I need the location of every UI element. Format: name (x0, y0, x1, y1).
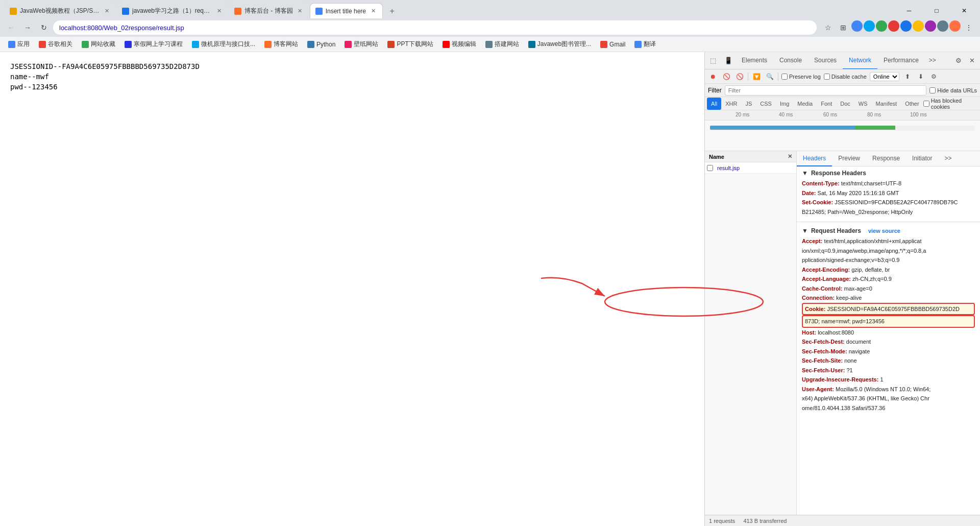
tab-network[interactable]: Network (843, 52, 877, 69)
bookmark-site[interactable]: 网站收藏 (78, 39, 119, 50)
rqh-cookie-1: Cookie: JSESSIONID=FA9A4C6E05975FBBBBD56… (802, 303, 975, 316)
bookmark-blog[interactable]: 博客网站 (260, 39, 302, 50)
bookmark-label-gmail: Gmail (609, 41, 625, 48)
tab-close-4[interactable]: ✕ (369, 7, 377, 15)
type-css[interactable]: CSS (756, 98, 776, 110)
rh-content-type: Content-Type: text/html;charset=UTF-8 (802, 179, 975, 188)
bookmark-google[interactable]: 谷歌相关 (35, 39, 77, 50)
hide-data-urls-checkbox[interactable]: Hide data URLs (929, 87, 977, 93)
star-icon[interactable]: ☆ (821, 20, 835, 35)
tab-performance[interactable]: Performance (877, 52, 925, 69)
header-tab-more[interactable]: >> (938, 151, 958, 166)
type-img[interactable]: Img (776, 98, 793, 110)
devtools-close-icon[interactable]: ✕ (966, 55, 978, 67)
row-checkbox[interactable] (705, 165, 715, 171)
ext-icon-7[interactable] (925, 20, 936, 32)
devtools-settings-icon[interactable]: ⚙ (952, 55, 965, 67)
bookmark-winter[interactable]: 寒假网上学习课程 (120, 39, 187, 50)
refresh-button[interactable]: ↻ (37, 20, 51, 35)
close-button[interactable]: ✕ (952, 3, 976, 18)
type-doc[interactable]: Doc (836, 98, 854, 110)
ext-icon-8[interactable] (937, 20, 948, 32)
has-blocked-checkbox[interactable]: Has blocked cookies (923, 98, 978, 110)
stop-button[interactable]: 🚫 (721, 71, 731, 82)
tab-more[interactable]: >> (925, 52, 940, 69)
new-tab-button[interactable]: + (385, 4, 399, 18)
minimize-button[interactable]: ─ (897, 3, 921, 18)
ext-icon-3[interactable] (876, 20, 887, 32)
type-all[interactable]: All (707, 98, 721, 110)
tab-blog[interactable]: 博客后台 - 博客园 ✕ (229, 3, 310, 18)
tab-javaweb-learn[interactable]: javaweb学习之路（1）request... ✕ (116, 3, 229, 18)
bookmark-python[interactable]: Python (303, 40, 339, 49)
maximize-button[interactable]: □ (925, 3, 948, 18)
forward-button[interactable]: → (20, 20, 35, 35)
ext-icon-6[interactable] (913, 20, 924, 32)
header-tab-preview[interactable]: Preview (832, 151, 866, 166)
bookmark-favicon-winter (125, 41, 132, 48)
devtools-inspect-icon[interactable]: ⬚ (707, 55, 719, 67)
filter-icon[interactable]: 🔽 (751, 71, 762, 82)
tab-insert-title[interactable]: Insert title here ✕ (310, 3, 383, 18)
tl-label-40ms: 40 ms (779, 112, 793, 117)
filter-input[interactable] (725, 85, 927, 95)
header-tab-headers[interactable]: Headers (797, 151, 832, 166)
upload-icon[interactable]: ⬆ (902, 71, 913, 82)
header-tab-response[interactable]: Response (866, 151, 906, 166)
collections-icon[interactable]: ⊞ (836, 20, 850, 35)
headers-pane[interactable]: Headers Preview Response Initiator >> ▼ … (797, 151, 980, 515)
type-manifest[interactable]: Manifest (872, 98, 901, 110)
bookmark-build[interactable]: 搭建网站 (481, 39, 523, 50)
page-content: JSESSIONID--FA9A4C6E05975FBBBBD569735D2D… (0, 52, 704, 526)
ext-icon-4[interactable] (888, 20, 899, 32)
network-controls: ⏺ 🚫 🚫 🔽 🔍 Preserve log Disable cache Onl… (705, 69, 980, 84)
disable-cache-checkbox[interactable]: Disable cache (824, 74, 867, 80)
devtools-device-icon[interactable]: 📱 (722, 55, 734, 67)
bookmark-ppt[interactable]: PPT下载网站 (383, 39, 437, 50)
type-other[interactable]: Other (901, 98, 923, 110)
tab-label-1: JavaWeb视频教程（JSP/Servle... (20, 7, 100, 15)
bookmark-micro[interactable]: 微机原理与接口技... (188, 39, 259, 50)
ext-icon-2[interactable] (864, 20, 875, 32)
tab-close-3[interactable]: ✕ (296, 7, 304, 15)
hide-data-urls-label: Hide data URLs (937, 87, 977, 93)
clear-button[interactable]: 🚫 (734, 71, 745, 82)
bookmark-label-build: 搭建网站 (495, 40, 519, 49)
back-button[interactable]: ← (4, 20, 18, 35)
ext-icon-1[interactable] (851, 20, 863, 32)
tab-console[interactable]: Console (773, 52, 808, 69)
type-js[interactable]: JS (741, 98, 756, 110)
preserve-log-checkbox[interactable]: Preserve log (781, 74, 821, 80)
download-icon[interactable]: ⬇ (916, 71, 926, 82)
name-close-icon[interactable]: ✕ (788, 153, 792, 160)
type-media[interactable]: Media (793, 98, 817, 110)
bookmark-gmail[interactable]: Gmail (596, 40, 629, 49)
type-filter-row: All XHR JS CSS Img Media Font Doc WS Man… (705, 97, 980, 110)
type-ws[interactable]: WS (854, 98, 872, 110)
search-icon[interactable]: 🔍 (765, 71, 775, 82)
bookmark-wallpaper[interactable]: 壁纸网站 (340, 39, 382, 50)
tab-sources[interactable]: Sources (808, 52, 843, 69)
tab-close-1[interactable]: ✕ (103, 7, 111, 15)
settings-icon[interactable]: ⚙ (929, 71, 939, 82)
record-button[interactable]: ⏺ (708, 71, 718, 82)
bookmark-video[interactable]: 视频编辑 (438, 39, 480, 50)
type-xhr[interactable]: XHR (721, 98, 741, 110)
tab-elements[interactable]: Elements (736, 52, 773, 69)
bookmark-apps[interactable]: 应用 (4, 39, 34, 50)
type-font[interactable]: Font (817, 98, 836, 110)
header-tab-initiator[interactable]: Initiator (906, 151, 938, 166)
bookmark-label-python: Python (316, 41, 335, 48)
bookmark-translate[interactable]: 翻译 (630, 39, 660, 50)
ext-icon-9[interactable] (949, 20, 961, 32)
address-input[interactable] (53, 20, 817, 35)
ext-icon-5[interactable] (900, 20, 912, 32)
network-row-result[interactable]: result.jsp (705, 162, 796, 174)
bookmark-javaweb[interactable]: Javaweb图书管理... (524, 39, 595, 50)
throttle-select[interactable]: Online (870, 72, 899, 81)
view-source-link[interactable]: view source (868, 228, 900, 234)
tab-javaweb-video[interactable]: JavaWeb视频教程（JSP/Servle... ✕ (4, 3, 116, 18)
name-pane: Name ✕ result.jsp (705, 151, 797, 515)
tab-close-2[interactable]: ✕ (215, 7, 223, 15)
menu-icon[interactable]: ⋮ (962, 20, 976, 35)
